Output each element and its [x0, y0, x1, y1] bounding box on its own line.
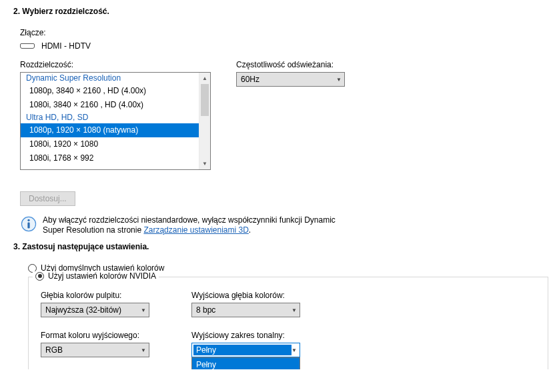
scroll-down-icon[interactable]: ▼	[199, 158, 210, 169]
info-icon	[20, 215, 37, 233]
scroll-up-icon[interactable]: ▲	[199, 73, 210, 84]
manage-3d-settings-link[interactable]: Zarządzanie ustawieniami 3D	[143, 225, 248, 235]
step-3-heading: 3. Zastosuj następujące ustawienia.	[13, 242, 557, 251]
svg-rect-2	[27, 223, 29, 229]
output-color-depth-dropdown[interactable]: 8 bpc ▼	[191, 303, 300, 317]
step-2-heading: 2. Wybierz rozdzielczość.	[13, 7, 557, 16]
desktop-color-depth-label: Głębia kolorów pulpitu:	[41, 291, 174, 300]
resolution-item[interactable]: 1080i, 1768 × 992	[21, 151, 199, 165]
desktop-color-depth-value: Najwyższa (32-bitów)	[45, 305, 121, 315]
resolution-group-uhd: Ultra HD, HD, SD	[21, 112, 199, 123]
resolution-item-selected[interactable]: 1080p, 1920 × 1080 (natywna)	[21, 123, 199, 137]
radio-nvidia-label: Użyj ustawień kolorów NVIDIA	[48, 271, 156, 281]
dynamic-range-option[interactable]: Pełny	[192, 358, 300, 369]
svg-point-1	[27, 219, 29, 221]
dynamic-range-options-list[interactable]: Pełny Ograniczony	[191, 357, 300, 369]
resolution-group-dsr: Dynamic Super Resolution	[21, 73, 199, 84]
radio-nvidia-colors[interactable]: Użyj ustawień kolorów NVIDIA	[35, 271, 156, 281]
refresh-label: Częstotliwość odświeżania:	[236, 60, 345, 69]
scrollbar-thumb[interactable]	[201, 84, 209, 116]
resolution-item[interactable]: 1080p, 3840 × 2160 , HD (4.00x)	[21, 84, 199, 98]
output-color-depth-label: Wyjściowa głębia kolorów:	[191, 291, 325, 300]
output-color-format-label: Format koloru wyjściowego:	[41, 331, 174, 340]
chevron-down-icon: ▼	[141, 307, 146, 313]
connector-value: HDMI - HDTV	[41, 41, 91, 51]
output-color-depth-value: 8 bpc	[196, 305, 215, 315]
chevron-down-icon: ▼	[336, 77, 342, 83]
output-dynamic-range-value: Pełny	[193, 345, 292, 355]
output-color-format-value: RGB	[45, 345, 63, 355]
connector-label: Złącze:	[20, 28, 557, 37]
chevron-down-icon: ▼	[292, 347, 297, 353]
resolution-item[interactable]: 1080i, 3840 × 2160 , HD (4.00x)	[21, 98, 199, 112]
refresh-rate-value: 60Hz	[241, 75, 259, 84]
desktop-color-depth-dropdown[interactable]: Najwyższa (32-bitów) ▼	[41, 303, 149, 317]
refresh-rate-dropdown[interactable]: 60Hz ▼	[236, 72, 345, 87]
output-dynamic-range-label: Wyjściowy zakres tonalny:	[191, 331, 325, 340]
output-color-format-dropdown[interactable]: RGB ▼	[41, 343, 149, 357]
resolution-item[interactable]: 1080i, 1920 × 1080	[21, 137, 199, 151]
resolution-listbox[interactable]: Dynamic Super Resolution 1080p, 3840 × 2…	[20, 72, 211, 170]
customize-button: Dostosuj...	[20, 191, 75, 206]
scrollbar[interactable]: ▲ ▼	[199, 73, 210, 169]
output-dynamic-range-dropdown[interactable]: Pełny ▼	[191, 343, 300, 357]
chevron-down-icon: ▼	[292, 307, 297, 313]
chevron-down-icon: ▼	[141, 347, 146, 353]
hdmi-icon	[20, 43, 35, 49]
info-text: Aby włączyć rozdzielczości niestandardow…	[43, 215, 350, 235]
radio-icon	[35, 272, 44, 281]
resolution-label: Rozdzielczość:	[20, 60, 211, 69]
